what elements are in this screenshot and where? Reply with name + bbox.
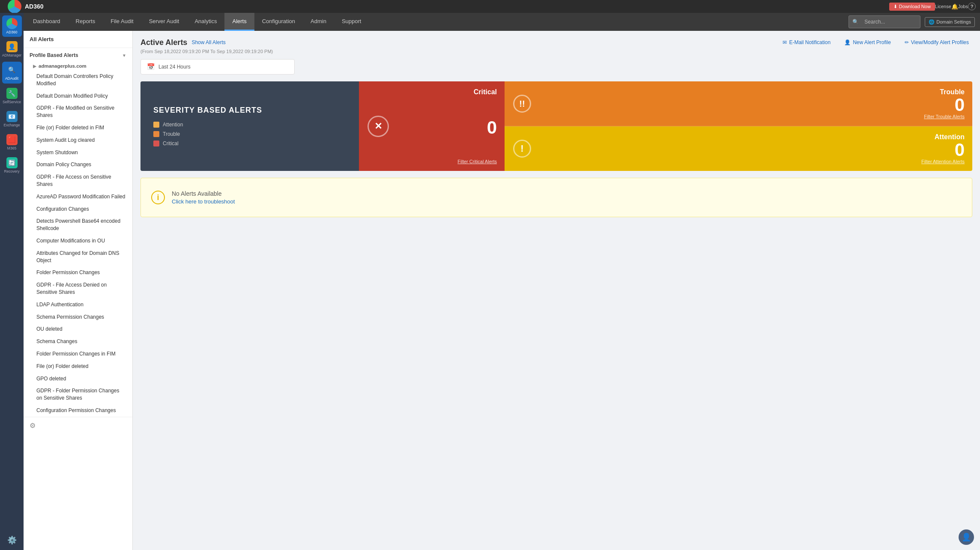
view-modify-button[interactable]: ✏ View/Modify Alert Profiles xyxy=(901,38,972,47)
email-notification-button[interactable]: ✉ E-Mail Notification xyxy=(779,38,834,47)
nav-item-adaudit[interactable]: 🔍 ADAudit xyxy=(2,62,22,83)
calendar-icon: 📅 xyxy=(147,63,155,71)
no-alerts-box: i No Alerts Available Click here to trou… xyxy=(140,178,972,217)
download-button[interactable]: ⬇ Download Now xyxy=(889,3,935,11)
nav-item-admanager[interactable]: 👤 ADManager xyxy=(2,39,22,60)
tab-analytics[interactable]: Analytics xyxy=(187,13,224,31)
sidebar-item-22[interactable]: GDPR - Folder Permission Changes on Sens… xyxy=(24,385,132,404)
ad360-logo-icon xyxy=(6,18,18,29)
nav-item-ad360-label: AD360 xyxy=(6,30,18,34)
app-wrapper: AD360 👤 ADManager 🔍 ADAudit 🔧 SelfServic… xyxy=(0,13,980,550)
domain-settings-button[interactable]: 🌐 Domain Settings xyxy=(925,17,975,27)
show-all-alerts-link[interactable]: Show All Alerts xyxy=(191,39,225,45)
critical-dot xyxy=(153,140,159,146)
severity-main-panel: SEVERITY BASED ALERTS Attention Trouble xyxy=(140,81,359,171)
sidebar-item-2[interactable]: GDPR - File Modified on Sensitive Shares xyxy=(24,102,132,122)
nav-item-recovery[interactable]: 🔄 Recovery xyxy=(2,155,22,176)
license-link[interactable]: License xyxy=(935,4,951,9)
sidebar-item-23[interactable]: Configuration Permission Changes xyxy=(24,404,132,417)
jobs-link[interactable]: Jobs xyxy=(958,4,968,9)
tab-support[interactable]: Support xyxy=(334,13,369,31)
domain-icon: 🌐 xyxy=(929,19,935,25)
legend-attention: Attention xyxy=(153,122,346,128)
nav-tabs-bar: Dashboard Reports File Audit Server Audi… xyxy=(24,13,980,31)
m365-icon: 🟥 xyxy=(6,134,18,145)
icon-nav: AD360 👤 ADManager 🔍 ADAudit 🔧 SelfServic… xyxy=(0,13,24,550)
nav-item-adaudit-label: ADAudit xyxy=(5,76,18,81)
sidebar-item-3[interactable]: File (or) Folder deleted in FIM xyxy=(24,122,132,134)
recovery-icon: 🔄 xyxy=(6,157,18,168)
no-alerts-content: No Alerts Available Click here to troubl… xyxy=(172,190,235,205)
tab-admin[interactable]: Admin xyxy=(303,13,334,31)
sidebar-item-15[interactable]: LDAP Authentication xyxy=(24,299,132,311)
critical-card-name: Critical xyxy=(474,88,497,96)
alerts-title: Active Alerts xyxy=(140,38,187,47)
tab-reports[interactable]: Reports xyxy=(68,13,103,31)
nav-item-settings[interactable]: ⚙️ xyxy=(2,534,22,547)
troubleshoot-link[interactable]: Click here to troubleshoot xyxy=(172,198,235,205)
filter-critical-link[interactable]: Filter Critical Alerts xyxy=(457,159,497,164)
filter-trouble-link[interactable]: Filter Trouble Alerts xyxy=(924,114,965,119)
nav-tabs-wrapper: Dashboard Reports File Audit Server Audi… xyxy=(25,13,369,31)
exchange-icon: 📧 xyxy=(6,111,18,122)
sidebar-item-0[interactable]: Default Domain Controllers Policy Modifi… xyxy=(24,70,132,90)
sidebar-item-7[interactable]: GDPR - File Access on Sensitive Shares xyxy=(24,171,132,191)
tab-server-audit[interactable]: Server Audit xyxy=(141,13,187,31)
alerts-header-actions: ✉ E-Mail Notification 👤 New Alert Profil… xyxy=(779,38,972,47)
date-filter-label: Last 24 Hours xyxy=(158,64,191,70)
sidebar-item-9[interactable]: Configuration Changes xyxy=(24,203,132,215)
sidebar-item-5[interactable]: System Shutdown xyxy=(24,146,132,159)
sidebar-item-16[interactable]: Schema Permission Changes xyxy=(24,311,132,323)
date-filter-bar[interactable]: 📅 Last 24 Hours xyxy=(140,59,295,75)
sidebar-item-13[interactable]: Folder Permission Changes xyxy=(24,266,132,279)
sidebar-item-21[interactable]: GPO deleted xyxy=(24,373,132,385)
nav-item-ad360[interactable]: AD360 xyxy=(2,15,22,37)
sidebar-item-11[interactable]: Computer Modifications in OU xyxy=(24,235,132,247)
logo-area[interactable]: AD360 xyxy=(4,0,47,13)
admanager-icon: 👤 xyxy=(6,41,18,52)
right-content: Active Alerts Show All Alerts ✉ E-Mail N… xyxy=(133,31,980,550)
legend-critical: Critical xyxy=(153,140,346,146)
sidebar-settings-icon[interactable]: ⚙ xyxy=(24,417,132,434)
nav-item-selfservice-label: SelfService xyxy=(3,100,21,104)
help-link[interactable]: ? xyxy=(968,3,976,10)
new-alert-profile-button[interactable]: 👤 New Alert Profile xyxy=(841,38,894,47)
trouble-icon: !! xyxy=(513,95,531,113)
alerts-top-row: Active Alerts Show All Alerts ✉ E-Mail N… xyxy=(140,38,972,47)
sidebar-item-18[interactable]: Schema Changes xyxy=(24,335,132,348)
legend-trouble: Trouble xyxy=(153,131,346,137)
tab-configuration[interactable]: Configuration xyxy=(254,13,303,31)
sidebar-item-20[interactable]: File (or) Folder deleted xyxy=(24,360,132,373)
sidebar-item-17[interactable]: OU deleted xyxy=(24,323,132,335)
sidebar-item-4[interactable]: System Audit Log cleared xyxy=(24,134,132,146)
sidebar-header[interactable]: All Alerts xyxy=(24,31,132,48)
domain-tree-icon: ▶ xyxy=(33,64,36,69)
alerts-sidebar: All Alerts Profile Based Alerts ▼ ▶ adma… xyxy=(24,31,133,550)
avatar-button[interactable]: 👤 xyxy=(959,529,974,545)
sidebar-item-12[interactable]: Attributes Changed for Domain DNS Object xyxy=(24,247,132,267)
tab-file-audit[interactable]: File Audit xyxy=(103,13,141,31)
tab-dashboard[interactable]: Dashboard xyxy=(25,13,68,31)
attention-card: ! Attention 0 Filter Attention Alerts xyxy=(505,126,972,171)
sidebar-item-10[interactable]: Detects Powershell Base64 encoded Shellc… xyxy=(24,215,132,235)
nav-item-exchange[interactable]: 📧 Exchange xyxy=(2,108,22,130)
trouble-label: Trouble xyxy=(163,131,180,137)
nav-item-m365[interactable]: 🟥 M365 xyxy=(2,132,22,153)
severity-title: SEVERITY BASED ALERTS xyxy=(153,106,346,115)
attention-label: Attention xyxy=(163,122,183,128)
selfservice-icon: 🔧 xyxy=(6,88,18,99)
sidebar-item-14[interactable]: GDPR - File Access Denied on Sensitive S… xyxy=(24,279,132,299)
logo-circle xyxy=(8,0,21,13)
filter-attention-link[interactable]: Filter Attention Alerts xyxy=(921,159,965,164)
sidebar-item-19[interactable]: Folder Permission Changes in FIM xyxy=(24,348,132,360)
search-input[interactable] xyxy=(861,17,917,27)
sidebar-section-title[interactable]: Profile Based Alerts ▼ xyxy=(24,48,132,61)
notification-bell[interactable]: 🔔 xyxy=(951,3,958,10)
no-alerts-text: No Alerts Available xyxy=(172,190,235,197)
tab-alerts[interactable]: Alerts xyxy=(224,13,254,31)
sidebar-item-8[interactable]: AzureAD Password Modification Failed xyxy=(24,191,132,203)
sidebar-item-6[interactable]: Domain Policy Changes xyxy=(24,158,132,171)
nav-item-selfservice[interactable]: 🔧 SelfService xyxy=(2,85,22,107)
pencil-icon: ✏ xyxy=(905,39,909,45)
sidebar-item-1[interactable]: Default Domain Modified Policy xyxy=(24,90,132,102)
